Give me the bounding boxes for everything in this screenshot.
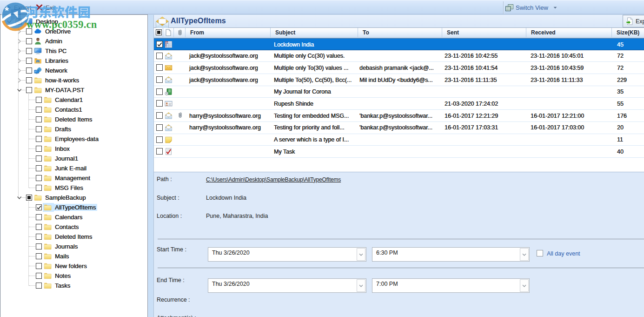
tree-item-deleted-items[interactable]: Deleted Items [0,115,147,124]
tree-checkbox-unchecked[interactable] [36,234,42,240]
tree-item-this-pc[interactable]: This PC [0,46,147,56]
collapsed-chevron-icon[interactable] [16,47,23,54]
tree-item-drafts[interactable]: Drafts [0,124,147,134]
column-header-received[interactable]: Received [526,28,612,37]
column-header-subject[interactable]: Subject [271,28,358,37]
tree-checkbox-unchecked[interactable] [26,28,32,34]
collapsed-chevron-icon[interactable] [16,67,23,74]
mail-checkbox-checked[interactable] [156,41,163,47]
mail-row-6[interactable]: harry@systoolssoftware.orgTesting for em… [154,110,644,122]
tree-item-desktop[interactable]: Desktop [0,17,147,27]
tree-item-deleted-items[interactable]: Deleted Items [0,232,147,242]
export-menu-button[interactable]: Export [5,0,32,14]
tree-item-libraries[interactable]: Libraries [0,56,147,66]
exit-button[interactable]: Exit [35,0,56,14]
tree-item-tasks[interactable]: Tasks [0,281,147,290]
mail-checkbox-unchecked[interactable] [156,148,163,155]
mail-checkbox-unchecked[interactable] [156,112,163,119]
tree-item-employees-data[interactable]: Employees-data [0,134,147,144]
path-value-link[interactable]: C:\Users\Admin\Desktop\SampleBackup\AllT… [206,176,341,183]
expanded-chevron-icon[interactable] [6,18,13,25]
tree-checkbox-unchecked[interactable] [36,136,42,142]
tree-item-network[interactable]: Network [0,66,147,75]
tree-checkbox-indeterminate[interactable] [26,195,32,201]
end-date-dropdown-button[interactable] [357,279,365,292]
tree-checkbox-unchecked[interactable] [36,283,42,289]
tree-checkbox-unchecked[interactable] [36,214,42,220]
mail-checkbox-unchecked[interactable] [156,88,163,95]
tree-item-samplebackup[interactable]: SampleBackup [0,193,147,202]
tree-checkbox-unchecked[interactable] [36,116,42,122]
mail-checkbox-unchecked[interactable] [156,124,163,131]
tree-checkbox-unchecked[interactable] [36,165,42,171]
tree-checkbox-unchecked[interactable] [36,253,42,259]
tree-checkbox-unchecked[interactable] [36,97,42,103]
all-day-event-checkbox[interactable] [537,250,543,256]
column-header-from[interactable]: From [186,28,271,37]
tree-checkbox-unchecked[interactable] [26,48,32,54]
mail-row-2[interactable]: jack@systoolssoftware.orgMultiple only T… [154,62,644,74]
end-time-combobox[interactable]: 7:00 PM [372,278,530,293]
collapsed-chevron-icon[interactable] [16,77,23,84]
mail-checkbox-unchecked[interactable] [156,76,163,83]
tree-item-calendars[interactable]: Calendars [0,212,147,222]
tree-checkbox-unchecked[interactable] [36,126,42,132]
column-header-checkbox[interactable] [154,28,163,37]
collapsed-chevron-icon[interactable] [16,38,23,45]
tree-checkbox-grayed[interactable] [16,19,22,25]
tree-item-management[interactable]: Management [0,173,147,183]
mail-row-4[interactable]: My Journal for Corona35 [154,86,644,98]
mail-row-8[interactable]: A server which is a type of I...11 [154,134,644,146]
collapsed-chevron-icon[interactable] [16,57,23,64]
expanded-chevron-icon[interactable] [16,194,23,201]
tree-item-how-it-works[interactable]: how-it-works [0,75,147,85]
tree-checkbox-unchecked[interactable] [26,67,32,74]
expanded-chevron-icon[interactable] [16,87,23,94]
tree-item-junk-e-mail[interactable]: Junk E-mail [0,163,147,173]
export-button[interactable]: Export [623,15,644,27]
start-time-combobox[interactable]: 6:30 PM [372,247,530,262]
tree-checkbox-unchecked[interactable] [26,38,32,44]
tree-checkbox-unchecked[interactable] [36,185,42,191]
tree-item-my-data-pst[interactable]: MY-DATA.PST [0,85,147,95]
tree-checkbox-unchecked[interactable] [26,87,32,93]
tree-checkbox-unchecked[interactable] [26,58,32,64]
mail-row-9[interactable]: My Task40 [154,146,644,158]
tree-checkbox-unchecked[interactable] [36,146,42,152]
mail-checkbox-unchecked[interactable] [156,53,163,59]
tree-item-inbox[interactable]: Inbox [0,144,147,154]
tree-checkbox-unchecked[interactable] [36,263,42,269]
tree-item-alltypeofitems[interactable]: AllTypeOfItems [0,202,147,212]
mail-row-3[interactable]: jack@systoolssoftware.orgMultiple To(50)… [154,74,644,86]
tree-checkbox-unchecked[interactable] [36,107,42,113]
tree-checkbox-unchecked[interactable] [36,155,42,162]
tree-item-calendar1[interactable]: Calendar1 [0,95,147,105]
tree-item-contacts1[interactable]: Contacts1 [0,105,147,115]
tree-item-onedrive[interactable]: OneDrive [0,27,147,36]
tree-item-msg-files[interactable]: MSG Files [0,183,147,193]
start-date-dropdown-button[interactable] [357,248,365,261]
switch-view-button[interactable]: Switch View [505,0,557,14]
column-header-item-type[interactable] [163,28,174,37]
end-date-combobox[interactable]: Thu 3/26/2020 [208,278,366,293]
tree-checkbox-checked[interactable] [36,204,42,210]
column-header-sent[interactable]: Sent [442,28,526,37]
mail-row-1[interactable]: jack@systoolssoftware.orgMultiple only C… [154,50,644,62]
end-time-dropdown-button[interactable] [520,279,529,292]
mail-row-0[interactable]: Lockdown India45 [154,38,644,50]
mail-row-7[interactable]: harry@systoolssoftware.orgTesting for pr… [154,122,644,134]
tree-item-contacts[interactable]: Contacts [0,222,147,232]
tree-checkbox-unchecked[interactable] [26,77,32,83]
column-header-to[interactable]: To [358,28,442,37]
mail-checkbox-unchecked[interactable] [156,64,163,71]
tree-checkbox-unchecked[interactable] [36,175,42,181]
mail-checkbox-unchecked[interactable] [156,100,163,107]
tree-item-admin[interactable]: Admin [0,36,147,46]
tree-item-journal1[interactable]: Journal1 [0,154,147,163]
tree-item-notes[interactable]: Notes [0,271,147,281]
tree-checkbox-unchecked[interactable] [36,224,42,230]
column-header-attachment[interactable] [174,28,186,37]
mail-row-5[interactable]: Rupesh Shinde21-03-2020 17:24:0255 [154,98,644,110]
start-date-combobox[interactable]: Thu 3/26/2020 [208,247,366,262]
mail-checkbox-unchecked[interactable] [156,136,163,143]
